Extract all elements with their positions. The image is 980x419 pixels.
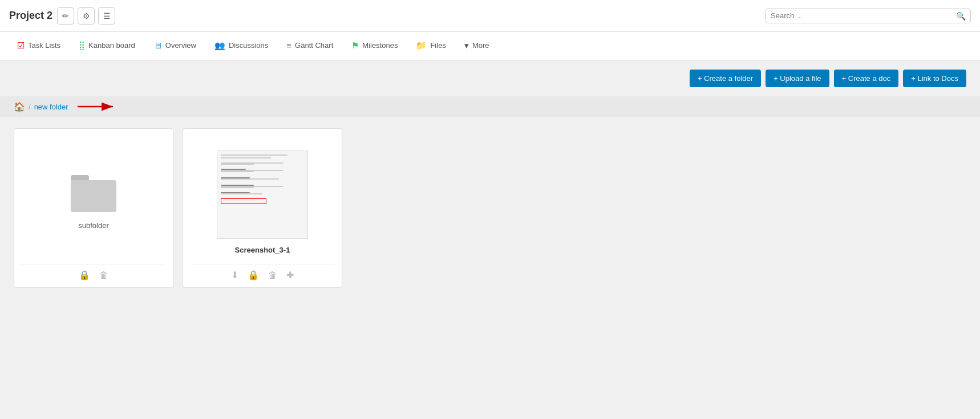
nav-milestones[interactable]: ⚑ Milestones <box>343 32 406 60</box>
more-chevron-icon: ▾ <box>464 40 469 51</box>
screenshot-download-icon[interactable]: ⬇ <box>231 270 238 280</box>
breadcrumb-separator: / <box>29 103 31 111</box>
folder-icon <box>71 175 116 212</box>
file-card-screenshot: Screenshot_3-1 ⬇ 🔒 🗑 ✚ <box>183 128 342 288</box>
gantt-icon: ≡ <box>286 40 291 50</box>
breadcrumb-current[interactable]: new folder <box>34 103 68 111</box>
header-icon-group: ✏ ⚙ ☰ <box>57 7 115 25</box>
settings-icon: ⚙ <box>83 11 90 21</box>
screenshot-thumbnail <box>217 150 308 239</box>
nav-discussions-label: Discussions <box>229 41 268 50</box>
notes-icon: ☰ <box>103 11 111 21</box>
search-icon: 🔍 <box>956 11 966 21</box>
screenshot-delete-icon[interactable]: 🗑 <box>268 270 277 280</box>
thumb-line-10 <box>221 193 262 194</box>
nav-gantt-chart[interactable]: ≡ Gantt Chart <box>278 32 341 60</box>
nav-task-lists-label: Task Lists <box>28 41 60 50</box>
search-container: 🔍 <box>766 9 971 23</box>
discussions-icon: 👥 <box>214 40 225 51</box>
thumb-line-2 <box>221 157 271 158</box>
milestones-icon: ⚑ <box>351 40 359 51</box>
create-folder-button[interactable]: + Create a folder <box>690 70 761 87</box>
nav-overview-label: Overview <box>165 41 196 50</box>
thumb-red-highlight <box>221 198 266 204</box>
nav-discussions[interactable]: 👥 Discussions <box>206 32 276 60</box>
kanban-icon: ⣿ <box>79 40 85 51</box>
thumb-line-4 <box>221 164 254 165</box>
create-folder-label: + Create a folder <box>698 74 753 83</box>
screenshot-more-icon[interactable]: ✚ <box>286 270 294 280</box>
subfolder-delete-icon[interactable]: 🗑 <box>99 270 108 280</box>
thumb-line-7 <box>221 178 279 180</box>
edit-icon: ✏ <box>62 11 69 21</box>
upload-file-label: + Upload a file <box>774 74 821 83</box>
thumb-line-9 <box>221 187 254 188</box>
screenshot-content: Screenshot_3-1 <box>217 140 308 265</box>
upload-file-button[interactable]: + Upload a file <box>766 70 829 87</box>
screenshot-actions: ⬇ 🔒 🗑 ✚ <box>190 265 335 280</box>
action-toolbar: + Create a folder + Upload a file + Crea… <box>0 60 980 96</box>
file-card-subfolder: subfolder 🔒 🗑 <box>14 128 173 288</box>
create-doc-button[interactable]: + Create a doc <box>834 70 899 87</box>
header: Project 2 ✏ ⚙ ☰ 🔍 <box>0 0 980 32</box>
link-to-docs-label: + Link to Docs <box>911 74 958 83</box>
subfolder-lock-icon[interactable]: 🔒 <box>79 270 90 280</box>
notes-button[interactable]: ☰ <box>98 7 115 25</box>
nav-overview[interactable]: 🖥 Overview <box>145 32 204 60</box>
breadcrumb: 🏠 / new folder <box>0 96 980 117</box>
nav-more[interactable]: ▾ More <box>456 32 497 60</box>
settings-button[interactable]: ⚙ <box>78 7 95 25</box>
files-area: subfolder 🔒 🗑 <box>0 117 980 345</box>
overview-icon: 🖥 <box>153 40 162 50</box>
screenshot-name: Screenshot_3-1 <box>235 246 290 254</box>
nav-files[interactable]: 📁 Files <box>408 32 453 60</box>
navbar: ☑ Task Lists ⣿ Kanban board 🖥 Overview 👥… <box>0 32 980 60</box>
nav-more-label: More <box>472 41 489 50</box>
nav-gantt-label: Gantt Chart <box>295 41 333 50</box>
search-input[interactable] <box>771 11 956 20</box>
nav-milestones-label: Milestones <box>362 41 398 50</box>
breadcrumb-home[interactable]: 🏠 <box>14 101 25 112</box>
task-lists-icon: ☑ <box>17 40 25 51</box>
nav-kanban-label: Kanban board <box>88 41 135 50</box>
edit-button[interactable]: ✏ <box>57 7 74 25</box>
nav-kanban-board[interactable]: ⣿ Kanban board <box>71 32 143 60</box>
files-icon: 📁 <box>416 40 427 51</box>
subfolder-actions: 🔒 🗑 <box>21 265 166 280</box>
subfolder-name: subfolder <box>78 221 108 230</box>
thumb-line-1 <box>221 154 287 156</box>
subfolder-content: subfolder <box>71 140 116 265</box>
nav-files-label: Files <box>430 41 446 50</box>
link-to-docs-button[interactable]: + Link to Docs <box>903 70 966 87</box>
thumb-line-6 <box>221 171 254 172</box>
annotation-arrow <box>72 101 118 112</box>
project-title: Project 2 <box>9 10 52 22</box>
folder-body <box>71 180 116 212</box>
create-doc-label: + Create a doc <box>842 74 891 83</box>
screenshot-lock-icon[interactable]: 🔒 <box>248 270 259 280</box>
nav-task-lists[interactable]: ☑ Task Lists <box>9 32 68 60</box>
